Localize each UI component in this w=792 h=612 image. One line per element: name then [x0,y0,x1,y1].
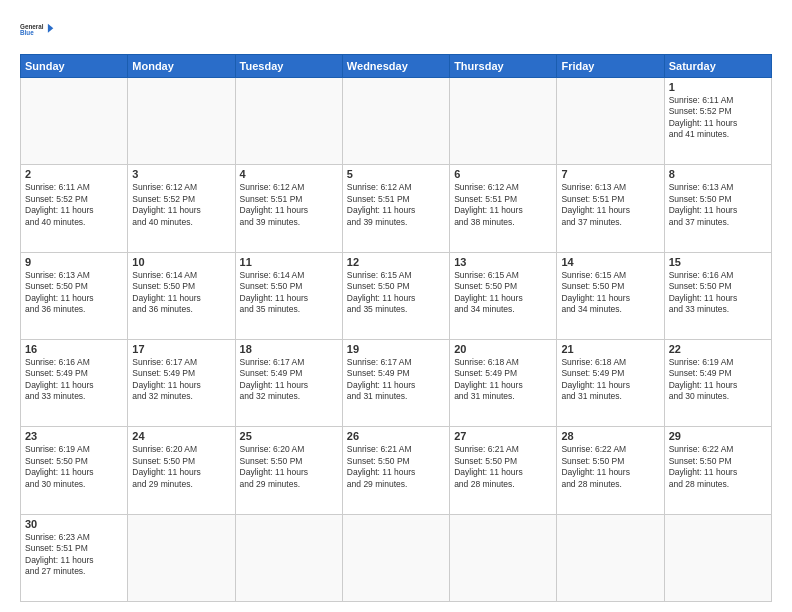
day-number: 19 [347,343,445,355]
page: GeneralBlue SundayMondayTuesdayWednesday… [0,0,792,612]
calendar-cell: 28Sunrise: 6:22 AM Sunset: 5:50 PM Dayli… [557,427,664,514]
day-number: 9 [25,256,123,268]
calendar-cell [342,514,449,601]
calendar-cell [21,78,128,165]
day-number: 4 [240,168,338,180]
day-info: Sunrise: 6:13 AM Sunset: 5:51 PM Dayligh… [561,182,659,228]
calendar-table: SundayMondayTuesdayWednesdayThursdayFrid… [20,54,772,602]
day-number: 21 [561,343,659,355]
calendar-cell: 23Sunrise: 6:19 AM Sunset: 5:50 PM Dayli… [21,427,128,514]
day-info: Sunrise: 6:15 AM Sunset: 5:50 PM Dayligh… [347,270,445,316]
calendar-cell [557,514,664,601]
day-number: 14 [561,256,659,268]
calendar-cell [128,514,235,601]
calendar-cell [235,514,342,601]
weekday-header-wednesday: Wednesday [342,55,449,78]
day-info: Sunrise: 6:22 AM Sunset: 5:50 PM Dayligh… [669,444,767,490]
calendar-week-row: 2Sunrise: 6:11 AM Sunset: 5:52 PM Daylig… [21,165,772,252]
calendar-header: SundayMondayTuesdayWednesdayThursdayFrid… [21,55,772,78]
calendar-cell: 9Sunrise: 6:13 AM Sunset: 5:50 PM Daylig… [21,252,128,339]
calendar-week-row: 9Sunrise: 6:13 AM Sunset: 5:50 PM Daylig… [21,252,772,339]
day-number: 11 [240,256,338,268]
calendar-cell: 24Sunrise: 6:20 AM Sunset: 5:50 PM Dayli… [128,427,235,514]
day-info: Sunrise: 6:12 AM Sunset: 5:52 PM Dayligh… [132,182,230,228]
calendar-week-row: 1Sunrise: 6:11 AM Sunset: 5:52 PM Daylig… [21,78,772,165]
day-info: Sunrise: 6:13 AM Sunset: 5:50 PM Dayligh… [25,270,123,316]
calendar-cell: 20Sunrise: 6:18 AM Sunset: 5:49 PM Dayli… [450,339,557,426]
calendar-cell: 4Sunrise: 6:12 AM Sunset: 5:51 PM Daylig… [235,165,342,252]
calendar-cell: 6Sunrise: 6:12 AM Sunset: 5:51 PM Daylig… [450,165,557,252]
weekday-header-thursday: Thursday [450,55,557,78]
day-number: 8 [669,168,767,180]
day-number: 2 [25,168,123,180]
day-number: 6 [454,168,552,180]
day-info: Sunrise: 6:18 AM Sunset: 5:49 PM Dayligh… [561,357,659,403]
calendar-cell: 29Sunrise: 6:22 AM Sunset: 5:50 PM Dayli… [664,427,771,514]
calendar-cell: 8Sunrise: 6:13 AM Sunset: 5:50 PM Daylig… [664,165,771,252]
calendar-cell: 25Sunrise: 6:20 AM Sunset: 5:50 PM Dayli… [235,427,342,514]
weekday-header-row: SundayMondayTuesdayWednesdayThursdayFrid… [21,55,772,78]
calendar-cell: 2Sunrise: 6:11 AM Sunset: 5:52 PM Daylig… [21,165,128,252]
day-info: Sunrise: 6:21 AM Sunset: 5:50 PM Dayligh… [347,444,445,490]
calendar-week-row: 23Sunrise: 6:19 AM Sunset: 5:50 PM Dayli… [21,427,772,514]
day-info: Sunrise: 6:12 AM Sunset: 5:51 PM Dayligh… [454,182,552,228]
calendar-cell: 22Sunrise: 6:19 AM Sunset: 5:49 PM Dayli… [664,339,771,426]
svg-text:General: General [20,23,44,30]
day-info: Sunrise: 6:14 AM Sunset: 5:50 PM Dayligh… [132,270,230,316]
day-number: 7 [561,168,659,180]
day-info: Sunrise: 6:19 AM Sunset: 5:49 PM Dayligh… [669,357,767,403]
logo: GeneralBlue [20,16,56,44]
calendar-cell: 19Sunrise: 6:17 AM Sunset: 5:49 PM Dayli… [342,339,449,426]
day-number: 30 [25,518,123,530]
day-info: Sunrise: 6:22 AM Sunset: 5:50 PM Dayligh… [561,444,659,490]
day-info: Sunrise: 6:15 AM Sunset: 5:50 PM Dayligh… [561,270,659,316]
day-info: Sunrise: 6:13 AM Sunset: 5:50 PM Dayligh… [669,182,767,228]
day-number: 28 [561,430,659,442]
calendar-cell: 10Sunrise: 6:14 AM Sunset: 5:50 PM Dayli… [128,252,235,339]
calendar-week-row: 16Sunrise: 6:16 AM Sunset: 5:49 PM Dayli… [21,339,772,426]
calendar-cell: 17Sunrise: 6:17 AM Sunset: 5:49 PM Dayli… [128,339,235,426]
svg-marker-2 [48,24,53,33]
day-info: Sunrise: 6:20 AM Sunset: 5:50 PM Dayligh… [240,444,338,490]
weekday-header-sunday: Sunday [21,55,128,78]
calendar-cell: 27Sunrise: 6:21 AM Sunset: 5:50 PM Dayli… [450,427,557,514]
calendar-body: 1Sunrise: 6:11 AM Sunset: 5:52 PM Daylig… [21,78,772,602]
day-info: Sunrise: 6:17 AM Sunset: 5:49 PM Dayligh… [347,357,445,403]
calendar-cell: 15Sunrise: 6:16 AM Sunset: 5:50 PM Dayli… [664,252,771,339]
day-info: Sunrise: 6:19 AM Sunset: 5:50 PM Dayligh… [25,444,123,490]
day-number: 1 [669,81,767,93]
day-number: 3 [132,168,230,180]
day-number: 18 [240,343,338,355]
day-number: 17 [132,343,230,355]
day-number: 16 [25,343,123,355]
calendar-cell: 1Sunrise: 6:11 AM Sunset: 5:52 PM Daylig… [664,78,771,165]
header: GeneralBlue [20,16,772,44]
svg-text:Blue: Blue [20,29,34,36]
day-number: 27 [454,430,552,442]
day-info: Sunrise: 6:12 AM Sunset: 5:51 PM Dayligh… [240,182,338,228]
calendar-cell: 21Sunrise: 6:18 AM Sunset: 5:49 PM Dayli… [557,339,664,426]
day-info: Sunrise: 6:17 AM Sunset: 5:49 PM Dayligh… [240,357,338,403]
day-number: 29 [669,430,767,442]
calendar-cell: 14Sunrise: 6:15 AM Sunset: 5:50 PM Dayli… [557,252,664,339]
calendar-cell [128,78,235,165]
calendar-cell: 30Sunrise: 6:23 AM Sunset: 5:51 PM Dayli… [21,514,128,601]
day-info: Sunrise: 6:11 AM Sunset: 5:52 PM Dayligh… [669,95,767,141]
weekday-header-tuesday: Tuesday [235,55,342,78]
calendar-cell [450,514,557,601]
day-info: Sunrise: 6:16 AM Sunset: 5:50 PM Dayligh… [669,270,767,316]
logo-icon: GeneralBlue [20,16,56,44]
calendar-cell [342,78,449,165]
day-info: Sunrise: 6:18 AM Sunset: 5:49 PM Dayligh… [454,357,552,403]
day-info: Sunrise: 6:14 AM Sunset: 5:50 PM Dayligh… [240,270,338,316]
calendar-cell: 11Sunrise: 6:14 AM Sunset: 5:50 PM Dayli… [235,252,342,339]
day-number: 5 [347,168,445,180]
weekday-header-monday: Monday [128,55,235,78]
day-info: Sunrise: 6:20 AM Sunset: 5:50 PM Dayligh… [132,444,230,490]
calendar-cell: 5Sunrise: 6:12 AM Sunset: 5:51 PM Daylig… [342,165,449,252]
day-info: Sunrise: 6:23 AM Sunset: 5:51 PM Dayligh… [25,532,123,578]
weekday-header-friday: Friday [557,55,664,78]
calendar-cell [664,514,771,601]
day-number: 24 [132,430,230,442]
calendar-cell: 26Sunrise: 6:21 AM Sunset: 5:50 PM Dayli… [342,427,449,514]
